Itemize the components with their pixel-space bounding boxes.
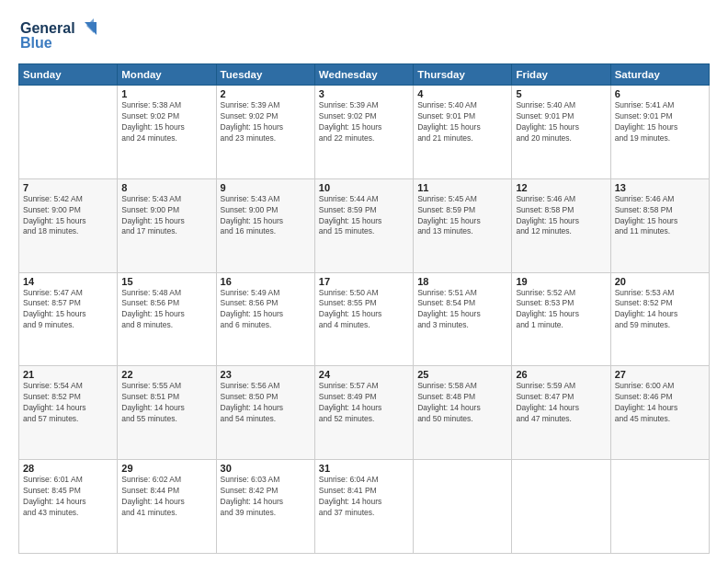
calendar-cell: 27Sunrise: 6:00 AM Sunset: 8:46 PM Dayli…: [610, 366, 709, 460]
day-header-friday: Friday: [512, 64, 610, 86]
day-number: 23: [221, 369, 311, 380]
calendar-cell: 7Sunrise: 5:42 AM Sunset: 9:00 PM Daylig…: [19, 178, 118, 272]
day-number: 7: [23, 182, 113, 193]
day-number: 12: [516, 182, 606, 193]
calendar-cell: 15Sunrise: 5:48 AM Sunset: 8:56 PM Dayli…: [118, 272, 216, 366]
day-info: Sunrise: 6:04 AM Sunset: 8:41 PM Dayligh…: [319, 475, 409, 519]
calendar-cell: [414, 460, 512, 554]
calendar-cell: 24Sunrise: 5:57 AM Sunset: 8:49 PM Dayli…: [314, 366, 413, 460]
day-info: Sunrise: 5:44 AM Sunset: 8:59 PM Dayligh…: [319, 194, 409, 238]
day-info: Sunrise: 5:45 AM Sunset: 8:59 PM Dayligh…: [417, 194, 507, 238]
week-row-2: 7Sunrise: 5:42 AM Sunset: 9:00 PM Daylig…: [19, 178, 710, 272]
calendar-cell: 12Sunrise: 5:46 AM Sunset: 8:58 PM Dayli…: [512, 178, 610, 272]
day-number: 19: [516, 276, 606, 287]
day-info: Sunrise: 5:40 AM Sunset: 9:01 PM Dayligh…: [516, 100, 606, 144]
logo-svg: General Blue: [18, 15, 101, 56]
day-number: 25: [417, 369, 507, 380]
svg-text:Blue: Blue: [20, 35, 52, 51]
calendar-cell: 13Sunrise: 5:46 AM Sunset: 8:58 PM Dayli…: [610, 178, 709, 272]
calendar-cell: 10Sunrise: 5:44 AM Sunset: 8:59 PM Dayli…: [314, 178, 413, 272]
calendar-cell: 1Sunrise: 5:38 AM Sunset: 9:02 PM Daylig…: [118, 86, 216, 179]
svg-marker-3: [86, 18, 94, 33]
calendar-cell: 17Sunrise: 5:50 AM Sunset: 8:55 PM Dayli…: [314, 272, 413, 366]
svg-text:General: General: [20, 20, 75, 36]
calendar-cell: 8Sunrise: 5:43 AM Sunset: 9:00 PM Daylig…: [118, 178, 216, 272]
calendar-cell: 22Sunrise: 5:55 AM Sunset: 8:51 PM Dayli…: [118, 366, 216, 460]
day-info: Sunrise: 6:00 AM Sunset: 8:46 PM Dayligh…: [615, 381, 705, 425]
header: General Blue: [18, 15, 710, 56]
day-number: 28: [23, 463, 113, 474]
calendar-cell: 29Sunrise: 6:02 AM Sunset: 8:44 PM Dayli…: [118, 460, 216, 554]
calendar-cell: 21Sunrise: 5:54 AM Sunset: 8:52 PM Dayli…: [19, 366, 118, 460]
day-info: Sunrise: 5:57 AM Sunset: 8:49 PM Dayligh…: [319, 381, 409, 425]
day-info: Sunrise: 5:56 AM Sunset: 8:50 PM Dayligh…: [221, 381, 311, 425]
day-number: 15: [121, 276, 211, 287]
calendar-cell: [610, 460, 709, 554]
day-info: Sunrise: 5:50 AM Sunset: 8:55 PM Dayligh…: [319, 288, 409, 332]
day-number: 18: [417, 276, 507, 287]
day-header-saturday: Saturday: [610, 64, 709, 86]
calendar-cell: 3Sunrise: 5:39 AM Sunset: 9:02 PM Daylig…: [314, 86, 413, 179]
calendar-cell: 19Sunrise: 5:52 AM Sunset: 8:53 PM Dayli…: [512, 272, 610, 366]
day-info: Sunrise: 5:39 AM Sunset: 9:02 PM Dayligh…: [319, 100, 409, 144]
day-number: 4: [417, 88, 507, 99]
day-number: 31: [319, 463, 409, 474]
week-row-3: 14Sunrise: 5:47 AM Sunset: 8:57 PM Dayli…: [19, 272, 710, 366]
day-info: Sunrise: 5:49 AM Sunset: 8:56 PM Dayligh…: [221, 288, 311, 332]
calendar-cell: 11Sunrise: 5:45 AM Sunset: 8:59 PM Dayli…: [414, 178, 512, 272]
day-number: 24: [319, 369, 409, 380]
day-number: 1: [121, 88, 211, 99]
day-number: 8: [121, 182, 211, 193]
day-info: Sunrise: 5:54 AM Sunset: 8:52 PM Dayligh…: [23, 381, 113, 425]
day-number: 30: [221, 463, 311, 474]
logo: General Blue: [18, 15, 101, 56]
calendar-cell: 31Sunrise: 6:04 AM Sunset: 8:41 PM Dayli…: [314, 460, 413, 554]
calendar-cell: 23Sunrise: 5:56 AM Sunset: 8:50 PM Dayli…: [216, 366, 314, 460]
day-number: 21: [23, 369, 113, 380]
day-info: Sunrise: 5:51 AM Sunset: 8:54 PM Dayligh…: [417, 288, 507, 332]
calendar-cell: 20Sunrise: 5:53 AM Sunset: 8:52 PM Dayli…: [610, 272, 709, 366]
day-number: 9: [221, 182, 311, 193]
day-info: Sunrise: 5:38 AM Sunset: 9:02 PM Dayligh…: [121, 100, 211, 144]
day-info: Sunrise: 5:41 AM Sunset: 9:01 PM Dayligh…: [615, 100, 705, 144]
calendar-cell: [19, 86, 118, 179]
week-row-5: 28Sunrise: 6:01 AM Sunset: 8:45 PM Dayli…: [19, 460, 710, 554]
calendar-cell: 9Sunrise: 5:43 AM Sunset: 9:00 PM Daylig…: [216, 178, 314, 272]
day-number: 26: [516, 369, 606, 380]
day-number: 5: [516, 88, 606, 99]
day-number: 29: [121, 463, 211, 474]
day-header-tuesday: Tuesday: [216, 64, 314, 86]
day-info: Sunrise: 5:40 AM Sunset: 9:01 PM Dayligh…: [417, 100, 507, 144]
day-header-monday: Monday: [118, 64, 216, 86]
day-info: Sunrise: 5:46 AM Sunset: 8:58 PM Dayligh…: [516, 194, 606, 238]
calendar-cell: [512, 460, 610, 554]
day-number: 20: [615, 276, 705, 287]
day-number: 10: [319, 182, 409, 193]
calendar-cell: 18Sunrise: 5:51 AM Sunset: 8:54 PM Dayli…: [414, 272, 512, 366]
day-info: Sunrise: 6:03 AM Sunset: 8:42 PM Dayligh…: [221, 475, 311, 519]
day-number: 27: [615, 369, 705, 380]
calendar-cell: 25Sunrise: 5:58 AM Sunset: 8:48 PM Dayli…: [414, 366, 512, 460]
day-number: 2: [221, 88, 311, 99]
day-info: Sunrise: 5:53 AM Sunset: 8:52 PM Dayligh…: [615, 288, 705, 332]
calendar-cell: 5Sunrise: 5:40 AM Sunset: 9:01 PM Daylig…: [512, 86, 610, 179]
day-info: Sunrise: 5:43 AM Sunset: 9:00 PM Dayligh…: [221, 194, 311, 238]
calendar-cell: 28Sunrise: 6:01 AM Sunset: 8:45 PM Dayli…: [19, 460, 118, 554]
day-number: 11: [417, 182, 507, 193]
day-number: 13: [615, 182, 705, 193]
calendar-cell: 4Sunrise: 5:40 AM Sunset: 9:01 PM Daylig…: [414, 86, 512, 179]
day-info: Sunrise: 5:47 AM Sunset: 8:57 PM Dayligh…: [23, 288, 113, 332]
day-number: 3: [319, 88, 409, 99]
day-number: 14: [23, 276, 113, 287]
day-info: Sunrise: 5:59 AM Sunset: 8:47 PM Dayligh…: [516, 381, 606, 425]
day-number: 17: [319, 276, 409, 287]
day-info: Sunrise: 5:46 AM Sunset: 8:58 PM Dayligh…: [615, 194, 705, 238]
week-row-4: 21Sunrise: 5:54 AM Sunset: 8:52 PM Dayli…: [19, 366, 710, 460]
day-info: Sunrise: 5:58 AM Sunset: 8:48 PM Dayligh…: [417, 381, 507, 425]
calendar-cell: 30Sunrise: 6:03 AM Sunset: 8:42 PM Dayli…: [216, 460, 314, 554]
calendar-cell: 16Sunrise: 5:49 AM Sunset: 8:56 PM Dayli…: [216, 272, 314, 366]
calendar-cell: 26Sunrise: 5:59 AM Sunset: 8:47 PM Dayli…: [512, 366, 610, 460]
day-info: Sunrise: 5:52 AM Sunset: 8:53 PM Dayligh…: [516, 288, 606, 332]
calendar-cell: 2Sunrise: 5:39 AM Sunset: 9:02 PM Daylig…: [216, 86, 314, 179]
day-header-sunday: Sunday: [19, 64, 118, 86]
